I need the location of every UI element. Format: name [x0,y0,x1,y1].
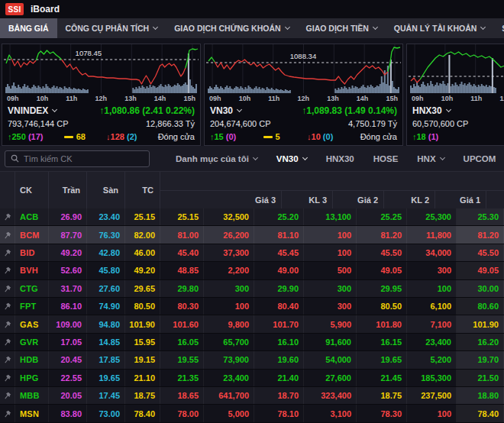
nav-item-1[interactable]: CÔNG CỤ PHÂN TÍCH [57,18,166,38]
tab-label: HOSE [373,154,399,163]
breadth-row: ↑15 (0)5↓10 (0)Đóng cửa [210,130,397,143]
bid-vol-1: 185,300 [407,370,457,386]
nav-item-4[interactable]: QUẢN LÝ TÀI KHOẢN [386,18,494,38]
search-input[interactable] [24,154,144,163]
decliners: ↓128 [106,132,127,141]
table-row-BID[interactable]: BID49.2042.8046.0045.4037,30045.4510045.… [0,244,504,262]
bid-vol-2: 5,900 [304,315,357,332]
tab-1[interactable]: VN30 [276,154,307,163]
table-row-BCM[interactable]: BCM87.7076.3082.0081.0026,20081.1010081.… [0,226,504,244]
index-name-dropdown[interactable]: HNX30 [412,105,451,116]
tab-0[interactable]: Danh mục của tôi [176,154,257,163]
tab-label: UPCOM [464,154,496,163]
session-status: Đóng cửa [158,132,195,141]
app-title: iBoard [31,4,60,15]
pin-icon[interactable] [0,208,15,225]
ticker-symbol: GVR [15,334,49,350]
decliners-count: ↓128 (2) [106,132,137,141]
column-header-Giá-3: Giá 3 [231,191,282,208]
ceiling-price: 109.00 [49,315,87,332]
advancers: ↑18 [412,132,428,141]
tab-2[interactable]: HNX30 [326,154,354,163]
table-row-MSN[interactable]: MSN83.8073.0078.4078.005,00078.103,10078… [0,405,504,422]
unchanged-count: 5 [263,132,280,141]
bid-vol-2: 3,100 [304,405,357,421]
matched-price: 78.40 [457,405,504,421]
pin-icon[interactable] [0,370,15,386]
floor-price: 17.45 [87,387,125,404]
bid-vol-3: 65,700 [204,334,254,350]
tab-label: Danh mục của tôi [176,154,249,163]
table-row-GAS[interactable]: GAS109.0094.80101.90101.609,800101.705,9… [0,315,504,333]
column-header-CK: CK [15,172,49,208]
column-header-TC: TC [125,172,160,208]
reference-price: 29.65 [125,280,160,297]
reference-price: 46.00 [125,244,160,261]
pin-icon[interactable] [0,315,15,332]
floor-price: 27.60 [87,280,125,297]
table-row-FPT[interactable]: FPT86.1074.9080.5080.3010080.4030080.506… [0,298,504,315]
ticker-symbol: FPT [15,298,49,315]
ceiling-price: 22.55 [49,370,87,386]
table-row-BVH[interactable]: BVH52.6045.8049.2048.852,20049.0050049.0… [0,262,504,279]
table-header-buy-side: Giá 3KL 3Giá 2KL 2Giá 1 [160,172,504,208]
ceiling-count: (1) [428,132,438,141]
table-row-HPG[interactable]: HPG22.5519.6521.1021.3523,40021.4027,600… [0,370,504,387]
pin-icon[interactable] [0,280,15,297]
tab-5[interactable]: UPCOM [464,154,496,163]
index-name: HNX30 [412,105,442,116]
ticker-symbol: HDB [15,351,49,368]
pin-icon[interactable] [0,244,15,261]
pin-icon[interactable] [0,351,15,368]
table-row-GVR[interactable]: GVR17.0514.8515.9516.0565,70016.1091,600… [0,334,504,351]
table-row-HDB[interactable]: HDB20.4517.8519.1519.5573,90019.6054,000… [0,351,504,369]
bid-price-1: 25.25 [357,208,407,225]
bid-price-1: 45.50 [357,244,407,261]
board-tabs: Danh mục của tôiVN30HNX30HOSEHNXUPCOMCP … [176,154,504,163]
tab-3[interactable]: HOSE [373,154,399,163]
bid-vol-3: 5,000 [204,405,254,421]
nav-item-2[interactable]: GIAO DỊCH CHỨNG KHOÁN [166,18,297,38]
table-row-MBB[interactable]: MBB20.0517.4518.7518.65641,70018.70323,4… [0,387,504,405]
reference-price: 21.10 [125,370,160,386]
matched-price: 18.80 [457,387,504,404]
table-row-ACB[interactable]: ACB26.9023.4025.1525.1532,50025.2013,100… [0,208,504,226]
time-tick: 11h [470,95,482,102]
advancers-count: ↑18 (1) [412,132,438,141]
nav-item-label: QUẢN LÝ TÀI KHOẢN [394,24,477,33]
column-header-Giá-1: Giá 1 [435,191,486,208]
nav-item-0[interactable]: BẢNG GIÁ [0,18,57,38]
nav-item-3[interactable]: GIAO DỊCH TIỀN [298,18,386,38]
bid-price-2: 21.40 [254,370,304,386]
volume-value: 12,866.33 Tỷ [146,119,195,128]
bid-price-3: 81.00 [160,226,204,243]
tab-label: HNX [417,154,435,163]
index-info: VNINDEX↑1,080.86 (2.41 0.22%)793,746,144… [2,103,200,143]
index-name-dropdown[interactable]: VNINDEX [8,105,57,116]
index-volume-row: 204,674,600 CP4,750.179 Tỷ [210,117,397,130]
bid-price-1: 81.20 [357,226,407,243]
bid-price-1: 16.15 [357,334,407,350]
table-row-CTG[interactable]: CTG31.7027.6029.6529.8030029.9030029.951… [0,280,504,298]
flat-dash-icon [263,136,273,138]
pin-icon[interactable] [0,226,15,243]
nav-item-5[interactable]: S-PRODUCTS [493,18,504,38]
ceiling-count: (17) [28,132,44,141]
index-name-dropdown[interactable]: VN30 [210,105,241,116]
tab-4[interactable]: HNX [417,154,444,163]
search-box[interactable] [5,150,150,167]
pin-icon[interactable] [0,387,15,404]
matched-price: 25.30 [457,208,504,225]
bid-price-3: 18.65 [160,387,204,404]
pin-icon[interactable] [0,334,15,350]
ceiling-price: 31.70 [49,280,87,297]
pin-icon[interactable] [0,262,15,279]
bid-price-2: 16.10 [254,334,304,350]
pin-icon[interactable] [0,298,15,315]
reference-price: 15.95 [125,334,160,350]
bid-vol-3: 23,400 [204,370,254,386]
bid-vol-3: 300 [204,280,254,297]
time-tick: 14h [357,95,369,102]
pin-icon[interactable] [0,405,15,421]
session-status: Đóng cửa [360,132,397,141]
